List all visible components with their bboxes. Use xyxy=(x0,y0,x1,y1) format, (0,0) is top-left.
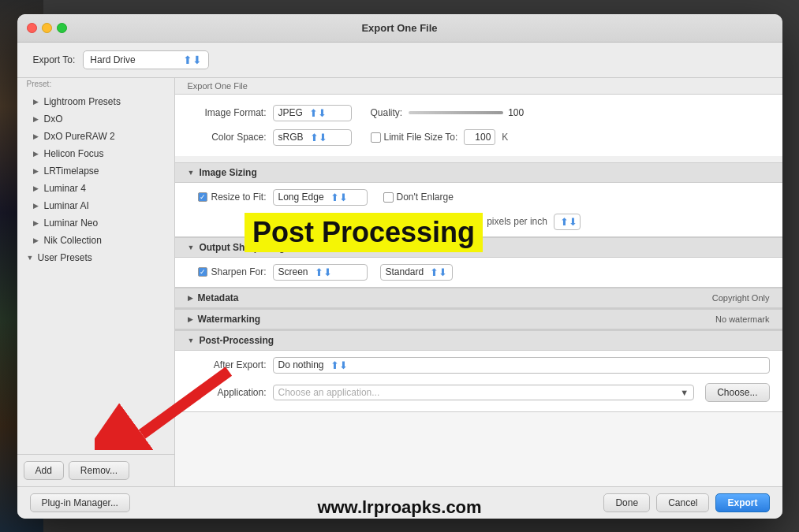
chevron-right-icon: ▶ xyxy=(33,236,41,244)
watermarking-header[interactable]: ▶ Watermarking No watermark xyxy=(175,309,782,329)
red-arrow-indicator xyxy=(95,363,237,453)
limit-file-size-checkbox[interactable] xyxy=(371,132,381,143)
title-bar: Export One File xyxy=(17,14,782,43)
image-format-label: Image Format: xyxy=(188,107,267,118)
color-space-arrow: ⬆⬇ xyxy=(310,132,327,143)
resolution-unit-select[interactable]: ⬆⬇ xyxy=(554,214,581,230)
separator-1 xyxy=(175,156,782,162)
sharpen-for-arrow: ⬆⬇ xyxy=(315,266,332,278)
metadata-section: ▶ Metadata Copyright Only xyxy=(175,288,782,309)
color-space-row: Color Space: sRGB ⬆⬇ Limit File Size To:… xyxy=(175,125,782,150)
maximize-button[interactable] xyxy=(57,23,67,33)
cancel-button[interactable]: Cancel xyxy=(656,493,709,512)
metadata-right-label: Copyright Only xyxy=(712,293,770,303)
sharpen-for-select[interactable]: Screen ⬆⬇ xyxy=(273,264,368,281)
sharpen-checkbox[interactable]: ✓ xyxy=(198,267,207,277)
export-button[interactable]: Export xyxy=(715,493,769,512)
triangle-down-icon-5: ▼ xyxy=(188,337,195,344)
after-export-arrow: ⬆⬇ xyxy=(330,359,348,371)
after-export-row: After Export: Do nothing ⬆⬇ xyxy=(175,351,782,380)
export-to-label: Export To: xyxy=(33,54,76,65)
sidebar-header: Preset: xyxy=(17,78,174,93)
color-space-select[interactable]: sRGB ⬆⬇ xyxy=(273,129,352,146)
chevron-right-icon: ▶ xyxy=(33,150,41,158)
triangle-down-icon: ▼ xyxy=(188,169,195,177)
post-processing-title: Post-Processing xyxy=(199,335,274,346)
export-to-row: Export To: Hard Drive ⬆⬇ xyxy=(17,43,782,78)
dialog-title: Export One File xyxy=(361,22,437,34)
triangle-down-icon-2: ▼ xyxy=(188,244,195,251)
bottom-right-actions: Done Cancel Export xyxy=(603,493,769,512)
sidebar-item-dxo-pureraw2[interactable]: ▶ DxO PureRAW 2 xyxy=(17,128,174,145)
sidebar-item-luminar4[interactable]: ▶ Luminar 4 xyxy=(17,180,174,197)
content-header: Export One File xyxy=(175,78,782,95)
chevron-down-icon: ▼ xyxy=(27,254,35,262)
quality-slider-container: 100 xyxy=(409,107,528,118)
plugin-manager-button[interactable]: Plug-in Manager... xyxy=(30,493,130,512)
application-row: Application: Choose an application... ▼ … xyxy=(175,380,782,411)
export-to-arrow: ⬆⬇ xyxy=(183,54,202,66)
sidebar-item-helicon-focus[interactable]: ▶ Helicon Focus xyxy=(17,145,174,162)
color-space-label: Color Space: xyxy=(188,132,267,143)
content-panel: Export One File Image Format: JPEG ⬆⬇ Qu… xyxy=(175,78,782,486)
metadata-title: Metadata xyxy=(198,292,239,303)
resolution-unit: pixels per inch xyxy=(487,216,547,227)
watermarking-title: Watermarking xyxy=(198,314,261,325)
sidebar-item-nik-collection[interactable]: ▶ Nik Collection xyxy=(17,232,174,249)
quality-slider[interactable] xyxy=(409,111,503,114)
resize-to-fit-row: ✓ Resize to Fit: Long Edge ⬆⬇ Don't Enla… xyxy=(175,183,782,210)
minimize-button[interactable] xyxy=(42,23,52,33)
sidebar-item-luminar-neo[interactable]: ▶ Luminar Neo xyxy=(17,214,174,232)
resolution-unit-arrow: ⬆⬇ xyxy=(560,216,577,228)
post-processing-section: ▼ Post-Processing After Export: Do nothi… xyxy=(175,330,782,412)
website-url: www.lrproapks.com xyxy=(317,497,481,518)
triangle-right-icon-3: ▶ xyxy=(188,294,193,302)
dont-enlarge-checkbox[interactable] xyxy=(383,192,394,203)
svg-line-1 xyxy=(142,371,229,434)
export-to-select[interactable]: Hard Drive ⬆⬇ xyxy=(83,50,209,69)
image-sizing-title: Image Sizing xyxy=(199,167,256,178)
resize-fit-arrow: ⬆⬇ xyxy=(330,192,348,203)
image-format-section: Image Format: JPEG ⬆⬇ Quality: 100 Color… xyxy=(175,95,782,156)
dont-enlarge-label[interactable]: Don't Enlarge xyxy=(383,192,454,203)
sharpen-checkbox-label[interactable]: ✓ Sharpen For: xyxy=(188,266,267,277)
watermarking-right-label: No watermark xyxy=(715,314,769,324)
chevron-right-icon: ▶ xyxy=(33,98,41,106)
limit-file-size-input[interactable] xyxy=(464,129,495,145)
sidebar-item-user-presets[interactable]: ▼ User Presets xyxy=(17,249,174,266)
chevron-right-icon: ▶ xyxy=(33,132,41,140)
metadata-header[interactable]: ▶ Metadata Copyright Only xyxy=(175,288,782,308)
triangle-right-icon-4: ▶ xyxy=(188,315,193,323)
sharpen-amount-select[interactable]: Standard ⬆⬇ xyxy=(380,264,454,281)
resize-checkbox-label[interactable]: ✓ Resize to Fit: xyxy=(188,192,267,203)
limit-file-size-checkbox-label[interactable]: Limit File Size To: xyxy=(371,132,458,143)
resize-checkbox[interactable]: ✓ xyxy=(198,192,207,202)
application-select[interactable]: Choose an application... ▼ xyxy=(273,385,695,400)
traffic-lights xyxy=(27,23,67,33)
quality-label: Quality: xyxy=(371,107,403,118)
post-processing-overlay: Post Processing xyxy=(245,213,483,252)
chevron-right-icon: ▶ xyxy=(33,167,41,175)
sidebar-item-lightroom-presets[interactable]: ▶ Lightroom Presets xyxy=(17,93,174,110)
image-format-row: Image Format: JPEG ⬆⬇ Quality: 100 xyxy=(175,101,782,125)
limit-file-size-unit: K xyxy=(502,132,508,143)
remove-preset-button[interactable]: Remov... xyxy=(69,461,129,480)
quality-value: 100 xyxy=(508,107,528,118)
sidebar-bottom: Add Remov... xyxy=(17,454,174,486)
red-arrow-svg xyxy=(95,363,237,450)
sharpen-for-row: ✓ Sharpen For: Screen ⬆⬇ Standard ⬆⬇ xyxy=(175,258,782,287)
add-preset-button[interactable]: Add xyxy=(24,461,64,480)
done-button[interactable]: Done xyxy=(603,493,650,512)
sidebar-item-dxo[interactable]: ▶ DxO xyxy=(17,110,174,128)
choose-application-button[interactable]: Choose... xyxy=(705,383,769,402)
after-export-select[interactable]: Do nothing ⬆⬇ xyxy=(273,357,770,374)
image-sizing-header[interactable]: ▼ Image Sizing xyxy=(175,162,782,183)
resize-to-fit-select[interactable]: Long Edge ⬆⬇ xyxy=(273,189,368,206)
sidebar-item-lrtimelapse[interactable]: ▶ LRTimelapse xyxy=(17,162,174,180)
image-format-select[interactable]: JPEG ⬆⬇ xyxy=(273,105,352,121)
watermarking-section: ▶ Watermarking No watermark xyxy=(175,309,782,330)
close-button[interactable] xyxy=(27,23,37,33)
sidebar-item-luminar-ai[interactable]: ▶ Luminar AI xyxy=(17,197,174,214)
post-processing-header[interactable]: ▼ Post-Processing xyxy=(175,330,782,351)
dropdown-arrow: ▼ xyxy=(680,388,689,397)
